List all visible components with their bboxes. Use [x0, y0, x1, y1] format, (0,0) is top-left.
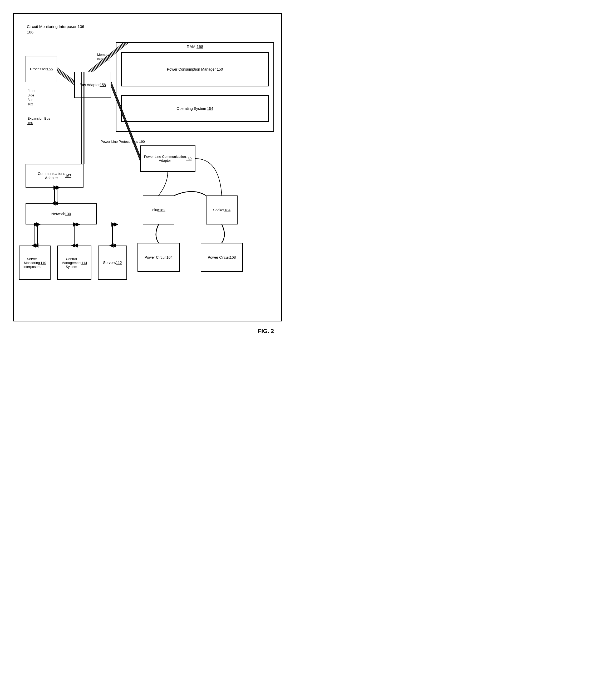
bus-adapter-box: Bus Adapter158 — [74, 72, 111, 98]
front-side-bus-label: FrontSideBus162 — [27, 89, 35, 107]
os-label: Operating System 154 — [177, 106, 213, 111]
outer-title-num: 106 — [27, 29, 84, 35]
os-num: 154 — [207, 106, 213, 111]
socket-box: Socket184 — [206, 195, 237, 225]
svg-line-4 — [57, 68, 74, 81]
power-circuit-104-box: Power Circuit104 — [137, 243, 180, 272]
bus-adapter-num: 158 — [100, 83, 106, 87]
pcm-label: Power Consumption Manager 150 — [167, 67, 223, 71]
network-box: Network 130 — [25, 203, 97, 225]
outer-title-text: Circuit Monitoring Interposer 106 — [27, 24, 84, 29]
processor-box: Processor156 — [25, 56, 57, 82]
outer-box: Circuit Monitoring Interposer 106 106 RA… — [13, 13, 282, 322]
pcm-box: Power Consumption Manager 150 — [121, 52, 269, 86]
page: Circuit Monitoring Interposer 106 106 RA… — [5, 5, 290, 343]
os-box: Operating System 154 — [121, 95, 269, 122]
outer-title: Circuit Monitoring Interposer 106 106 — [27, 24, 84, 35]
svg-line-7 — [57, 72, 74, 85]
plug-box: Plug182 — [143, 195, 174, 225]
server-monitoring-box: ServerMonitoringInterposers110 — [19, 246, 51, 280]
power-circuit-108-box: Power Circuit108 — [201, 243, 243, 272]
memory-bus-label: MemoryBus 166 — [97, 53, 110, 62]
plp-bus-label: Power Line Protocol Bus 190 — [101, 140, 145, 144]
processor-num: 156 — [46, 67, 53, 71]
comm-adapter-box: CommunicationsAdapter 167 — [25, 164, 84, 188]
fig-label: FIG. 2 — [258, 328, 274, 335]
expansion-bus-label: Expansion Bus160 — [27, 116, 50, 125]
svg-line-6 — [57, 70, 74, 84]
plc-adapter-box: Power Line CommunicationAdapter 180 — [140, 146, 195, 172]
central-mgmt-box: CentralManagementSystem114 — [57, 246, 91, 280]
ram-outer-box: RAM 168 Power Consumption Manager 150 Op… — [116, 42, 274, 132]
pcm-num: 150 — [217, 67, 223, 71]
ram-num: 168 — [196, 44, 203, 49]
svg-line-5 — [57, 69, 74, 82]
ram-label: RAM 168 — [187, 44, 203, 49]
servers-box: Servers112 — [98, 246, 127, 280]
